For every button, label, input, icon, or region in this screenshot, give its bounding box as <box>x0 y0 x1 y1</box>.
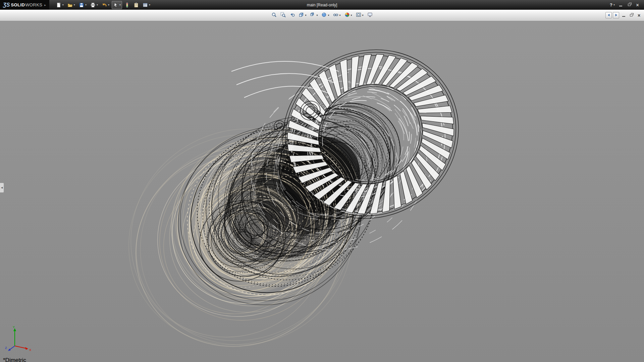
options-button[interactable]: ▾ <box>141 1 152 9</box>
doc-restore-icon <box>630 14 633 16</box>
view-tools-strip: ▾▾▾▾▾▾ <box>270 11 374 20</box>
previous-view-icon <box>289 12 295 19</box>
zoom-area-icon <box>280 12 286 19</box>
doc-minimize-button[interactable] <box>620 12 627 18</box>
section-view-icon <box>299 12 304 19</box>
open-icon <box>67 2 73 8</box>
titlebar-window-controls: ? ▾ × <box>608 1 644 9</box>
brand-solid-text: SOLID <box>11 2 25 7</box>
dropdown-arrow-icon[interactable]: ▾ <box>613 3 615 6</box>
close-icon: × <box>636 3 639 7</box>
dropdown-arrow-icon[interactable]: ▾ <box>362 14 364 17</box>
hide-show-icon <box>333 12 338 19</box>
graphics-area[interactable]: ◀ Y X Z *Dimetric <box>0 21 644 362</box>
zoom-fit-button[interactable] <box>270 11 278 20</box>
orientation-triad: Y X Z <box>5 325 36 353</box>
dropdown-arrow-icon[interactable]: ▾ <box>305 14 306 17</box>
view-settings-button[interactable] <box>366 11 374 20</box>
collapse-arrow-icon: ◀ <box>1 186 3 189</box>
save-icon <box>79 2 84 8</box>
close-button[interactable]: × <box>634 2 641 8</box>
help-icon: ? <box>610 2 612 7</box>
zoom-fit-icon <box>271 12 277 19</box>
triad-z-label: Z <box>5 346 7 350</box>
rebuild-icon <box>124 2 130 8</box>
select-icon <box>113 2 118 8</box>
dropdown-arrow-icon[interactable]: ▾ <box>149 3 150 6</box>
panel-collapse-tab[interactable]: ◀ <box>0 183 4 193</box>
3ds-logo-icon: ƷS <box>3 2 10 8</box>
display-style-icon <box>321 12 327 19</box>
minimize-icon <box>619 6 622 6</box>
solidworks-logo: ƷS SOLID WORKS ▸ <box>0 0 49 10</box>
dropdown-arrow-icon[interactable]: ▾ <box>85 3 87 6</box>
undo-button[interactable]: ▾ <box>100 1 111 9</box>
main-toolbar: ▾▾▾▾▾▾▾ <box>55 1 152 9</box>
dropdown-arrow-icon[interactable]: ▾ <box>351 14 352 17</box>
restore-icon <box>628 4 631 6</box>
minimize-button[interactable] <box>617 2 625 8</box>
file-properties-button[interactable] <box>132 1 140 9</box>
pane-right-arrow-icon <box>614 12 618 18</box>
hide-show-button[interactable]: ▾ <box>332 11 342 20</box>
doc-restore-button[interactable] <box>628 12 635 18</box>
new-document-button[interactable]: ▾ <box>55 1 65 9</box>
options-icon <box>143 2 148 8</box>
new-document-icon <box>56 2 61 8</box>
scene-button[interactable]: ▾ <box>355 11 365 20</box>
dropdown-arrow-icon[interactable]: ▾ <box>97 3 98 6</box>
view-orientation-icon <box>310 12 315 19</box>
doc-close-icon: × <box>638 13 640 18</box>
doc-close-button[interactable]: × <box>636 12 642 18</box>
triad-x-label: X <box>29 348 31 352</box>
file-properties-icon <box>133 2 139 8</box>
pane-scroll-right-button[interactable] <box>613 12 619 18</box>
rebuild-button[interactable] <box>123 1 131 9</box>
dropdown-arrow-icon[interactable]: ▾ <box>339 14 341 17</box>
previous-view-button[interactable] <box>288 11 296 20</box>
triad-y-label: Y <box>13 325 15 329</box>
scene-icon <box>356 12 361 19</box>
open-button[interactable]: ▾ <box>66 1 76 9</box>
zoom-area-button[interactable] <box>279 11 287 20</box>
heads-up-toolbar: ▾▾▾▾▾▾ × <box>0 10 644 21</box>
print-button[interactable]: ▾ <box>89 1 99 9</box>
menu-expander-icon[interactable]: ▸ <box>44 3 46 7</box>
dropdown-arrow-icon[interactable]: ▾ <box>119 3 121 6</box>
undo-icon <box>102 2 107 8</box>
appearance-icon <box>344 12 350 19</box>
view-orientation-label: *Dimetric <box>3 357 26 362</box>
titlebar: ƷS SOLID WORKS ▸ ▾▾▾▾▾▾▾ main [Read-only… <box>0 0 644 10</box>
view-orientation-button[interactable]: ▾ <box>309 11 319 20</box>
dropdown-arrow-icon[interactable]: ▾ <box>316 14 318 17</box>
dropdown-arrow-icon[interactable]: ▾ <box>328 14 329 17</box>
dropdown-arrow-icon[interactable]: ▾ <box>108 3 109 6</box>
brand-works-text: WORKS <box>25 2 42 7</box>
dropdown-arrow-icon[interactable]: ▾ <box>74 3 75 6</box>
doc-minimize-icon <box>622 16 625 17</box>
section-view-button[interactable]: ▾ <box>297 11 308 20</box>
print-icon <box>90 2 96 8</box>
document-window-controls: × <box>605 10 642 21</box>
appearance-button[interactable]: ▾ <box>343 11 354 20</box>
help-button[interactable]: ? ▾ <box>608 1 616 9</box>
pane-scroll-left-button[interactable] <box>605 12 612 18</box>
view-settings-icon <box>367 12 373 19</box>
restore-button[interactable] <box>625 2 633 8</box>
select-button[interactable]: ▾ <box>112 1 122 9</box>
engine-wireframe-model[interactable] <box>0 21 644 362</box>
save-button[interactable]: ▾ <box>77 1 88 9</box>
dropdown-arrow-icon[interactable]: ▾ <box>62 3 64 6</box>
pane-left-arrow-icon <box>607 12 611 18</box>
display-style-button[interactable]: ▾ <box>320 11 330 20</box>
